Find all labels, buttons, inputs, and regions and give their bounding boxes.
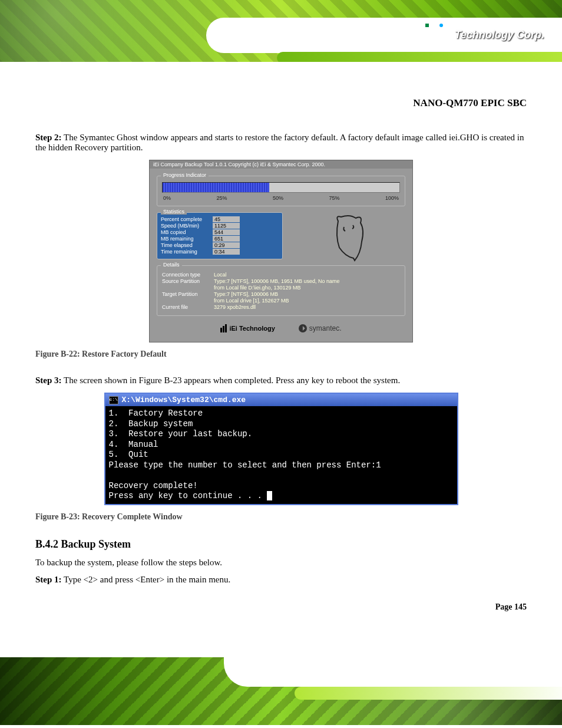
cmd-output: 1. Factory Restore 2. Backup system 3. R…: [109, 409, 381, 500]
detail-key: Connection type: [162, 272, 214, 278]
detail-val: from Local file D:\iei.gho, 130129 MB: [214, 285, 301, 291]
stat-val: 651: [213, 236, 240, 242]
tick: 100%: [385, 195, 399, 201]
stat-key: Time elapsed: [161, 242, 213, 248]
detail-val: Local: [214, 272, 227, 278]
step-label: Step 1:: [35, 575, 62, 584]
step-3: Step 3: The screen shown in Figure B-23 …: [35, 375, 527, 386]
stat-key: Speed (MB/min): [161, 223, 213, 229]
footer-curve-accent: [295, 687, 562, 700]
detail-val: Type:7 [NTFS], 100006 MB: [214, 291, 278, 297]
header-banner: ® Technology Corp.: [0, 0, 562, 62]
page-number: Page 145: [35, 602, 527, 612]
stat-key: Percent complete: [161, 216, 213, 222]
symantec-footer-brand: symantec.: [299, 324, 342, 332]
stats-label: Statistics: [161, 209, 187, 215]
detail-key: [162, 285, 214, 291]
stat-key: MB copied: [161, 229, 213, 235]
statistics-group: Statistics Percent complete45 Speed (MB/…: [157, 212, 283, 259]
detail-val: from Local drive [1], 152627 MB: [214, 298, 289, 304]
section-heading: B.4.2 Backup System: [35, 538, 527, 551]
stat-val: 544: [213, 229, 240, 235]
cmd-body: 1. Factory Restore 2. Backup system 3. R…: [105, 406, 457, 504]
ghost-footer: iEi Technology symantec.: [157, 322, 405, 335]
header-curve-accent: [277, 52, 562, 62]
step-label: Step 3:: [35, 375, 62, 385]
cmd-title-text: X:\Windows\System32\cmd.exe: [122, 396, 246, 404]
step-text: Type <2> and press <Enter> in the main m…: [64, 575, 230, 584]
stat-val: 0:29: [213, 242, 240, 248]
footer-banner: [0, 657, 562, 725]
ghost-title-bar: iEi Company Backup Tool 1.0.1 Copyright …: [150, 160, 412, 169]
detail-key: Source Partition: [162, 278, 214, 284]
cmd-window: c:\ X:\Windows\System32\cmd.exe 1. Facto…: [104, 393, 458, 505]
progress-label: Progress Indicator: [161, 172, 209, 178]
ghost-window: iEi Company Backup Tool 1.0.1 Copyright …: [149, 160, 413, 342]
detail-val: 3279 xpob2res.dll: [214, 304, 256, 310]
brand-logo: ® Technology Corp.: [425, 24, 544, 46]
page-content: NANO-QM770 EPIC SBC Step 2: The Symantec…: [0, 62, 562, 657]
product-name: NANO-QM770 EPIC SBC: [35, 97, 527, 109]
detail-val: Type:7 [NTFS], 100006 MB, 1951 MB used, …: [214, 278, 340, 284]
figure-caption-23: Figure B-23: Recovery Complete Window: [35, 512, 527, 522]
section-title: Backup System: [61, 538, 131, 550]
step-text: The screen shown in Figure B-23 appears …: [64, 375, 400, 385]
progress-bar: [162, 182, 400, 193]
footer-curve: [224, 657, 562, 687]
cursor-icon: _: [267, 491, 272, 500]
backup-step-1: Step 1: Type <2> and press <Enter> in th…: [35, 575, 527, 585]
tick: 50%: [273, 195, 283, 201]
iei-mark-icon: [220, 324, 227, 332]
tick: 75%: [329, 195, 339, 201]
brand-text: Technology Corp.: [455, 29, 544, 41]
progress-fill: [163, 183, 269, 192]
stat-key: MB remaining: [161, 236, 213, 242]
iei-footer-brand: iEi Technology: [220, 324, 275, 332]
step-label: Step 2:: [35, 133, 62, 142]
detail-key: [162, 298, 214, 304]
tick: 25%: [216, 195, 227, 201]
progress-ticks: 0% 25% 50% 75% 100%: [162, 195, 400, 201]
stat-val: 1125: [213, 223, 240, 229]
section-number: B.4.2: [35, 538, 58, 550]
detail-key: Target Partition: [162, 291, 214, 297]
step-text: The Symantec Ghost window appears and st…: [35, 133, 524, 152]
tick: 0%: [163, 195, 171, 201]
details-label: Details: [161, 262, 182, 268]
progress-group: Progress Indicator 0% 25% 50% 75% 100%: [157, 176, 405, 206]
figure-caption-22: Figure B-22: Restore Factory Default: [35, 350, 527, 359]
symantec-text: symantec.: [309, 324, 342, 332]
detail-key: Current file: [162, 304, 214, 310]
cmd-icon: c:\: [109, 396, 118, 404]
stat-key: Time remaining: [161, 249, 213, 255]
cmd-title-bar: c:\ X:\Windows\System32\cmd.exe: [105, 394, 457, 406]
stat-val: 0:34: [213, 249, 240, 255]
section-text: To backup the system, please follow the …: [35, 558, 527, 568]
details-group: Details Connection typeLocal Source Part…: [157, 265, 405, 316]
step-2: Step 2: The Symantec Ghost window appear…: [35, 133, 527, 153]
logo-mark-icon: [425, 24, 443, 46]
registered-mark: ®: [447, 32, 451, 38]
symantec-icon: [299, 324, 307, 332]
ghost-icon: [326, 212, 373, 265]
stat-val: 45: [213, 216, 240, 222]
iei-footer-text: iEi Technology: [229, 325, 275, 332]
